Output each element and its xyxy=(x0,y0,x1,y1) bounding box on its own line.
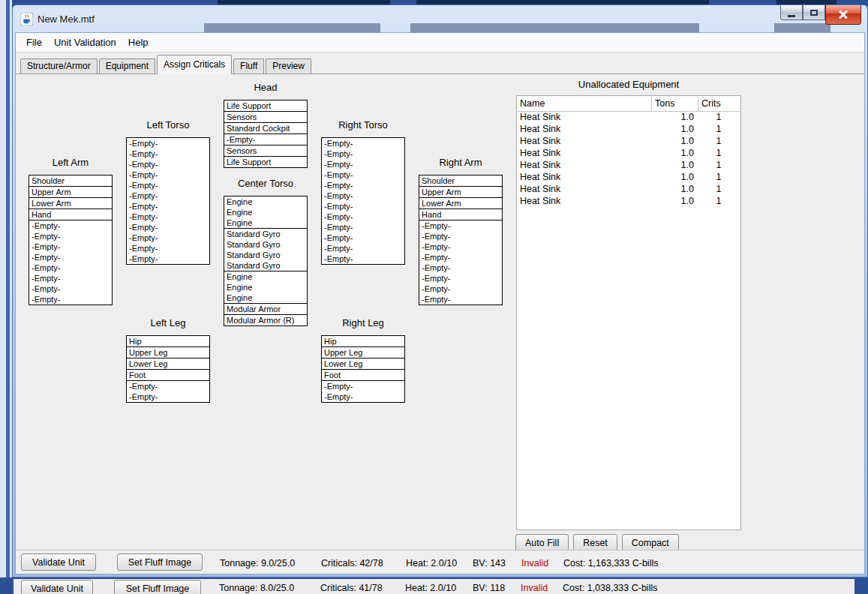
auto-fill-button[interactable]: Auto Fill xyxy=(515,534,569,550)
crit-slot[interactable]: -Empty- xyxy=(29,220,112,231)
crit-slot[interactable]: -Empty- xyxy=(322,392,404,402)
crit-slot[interactable]: -Empty- xyxy=(322,190,404,201)
crit-slot[interactable]: Modular Armor (R) xyxy=(224,315,307,326)
equipment-row[interactable]: Heat Sink1.01 xyxy=(517,136,740,148)
crit-group[interactable]: Life Support xyxy=(224,156,308,168)
crit-slot[interactable]: -Empty- xyxy=(322,222,404,232)
crit-slot[interactable]: Hand xyxy=(419,209,502,220)
crit-group[interactable]: Sensors xyxy=(224,111,308,123)
crit-slot[interactable]: -Empty- xyxy=(29,294,112,304)
crit-group[interactable]: Upper Leg xyxy=(321,346,405,358)
crit-slot[interactable]: Standard Gyro xyxy=(224,229,307,239)
maximize-button[interactable] xyxy=(803,5,825,20)
crit-slot[interactable]: Standard Cockpit xyxy=(224,123,307,134)
crit-group[interactable]: Modular Armor (R) xyxy=(224,314,308,326)
crit-slot[interactable]: -Empty- xyxy=(419,220,502,231)
crit-slot[interactable]: Standard Gyro xyxy=(224,260,307,271)
crit-group[interactable]: Lower Leg xyxy=(321,358,405,370)
crit-slot[interactable]: -Empty- xyxy=(127,212,209,222)
crit-slot[interactable]: Life Support xyxy=(224,157,307,167)
crit-slot[interactable]: Shoulder xyxy=(29,176,112,186)
column-header-name[interactable]: Name xyxy=(517,96,652,111)
crit-group[interactable]: Life Support xyxy=(224,100,308,112)
crit-slot[interactable]: -Empty- xyxy=(322,170,404,180)
crit-slot[interactable]: Standard Gyro xyxy=(224,239,307,250)
crit-slot[interactable]: -Empty- xyxy=(127,243,209,254)
crit-slot[interactable]: -Empty- xyxy=(419,284,502,294)
crit-slot[interactable]: -Empty- xyxy=(419,262,502,273)
crit-group[interactable]: Hip xyxy=(321,335,405,347)
crit-slot[interactable]: -Empty- xyxy=(29,273,112,284)
validate-unit-button[interactable]: Validate Unit xyxy=(21,554,96,571)
crit-slot[interactable]: -Empty- xyxy=(127,148,209,159)
crit-slot[interactable]: -Empty- xyxy=(127,170,209,180)
crit-group[interactable]: -Empty--Empty--Empty--Empty--Empty--Empt… xyxy=(126,137,210,265)
equipment-row[interactable]: Heat Sink1.01 xyxy=(517,124,740,136)
crit-slot[interactable]: Lower Arm xyxy=(419,198,502,208)
crit-group[interactable]: EngineEngineEngine xyxy=(224,271,308,304)
crit-slot[interactable]: Engine xyxy=(224,196,307,207)
crit-slot[interactable]: Upper Arm xyxy=(419,187,502,197)
crit-group[interactable]: Hand xyxy=(29,208,113,220)
close-button[interactable] xyxy=(825,5,861,25)
crit-slot[interactable]: Shoulder xyxy=(419,176,502,186)
crit-slot[interactable]: Sensors xyxy=(224,146,307,156)
crit-slot[interactable]: -Empty- xyxy=(127,392,209,402)
crit-slot[interactable]: -Empty- xyxy=(127,381,209,392)
crit-slot[interactable]: -Empty- xyxy=(127,180,209,190)
crit-slot[interactable]: Lower Leg xyxy=(127,358,209,369)
crit-slot[interactable]: -Empty- xyxy=(322,159,404,170)
title-bar[interactable]: New Mek.mtf xyxy=(13,5,867,32)
crit-group[interactable]: Modular Armor xyxy=(224,303,308,315)
equipment-row[interactable]: Heat Sink1.01 xyxy=(517,160,740,172)
crit-slot[interactable]: Hip xyxy=(322,336,404,346)
equipment-row[interactable]: Heat Sink1.01 xyxy=(517,196,740,208)
minimize-button[interactable] xyxy=(780,5,803,20)
menu-item-file[interactable]: File xyxy=(20,34,48,51)
equipment-row[interactable]: Heat Sink1.01 xyxy=(517,172,740,184)
crit-group[interactable]: Lower Leg xyxy=(126,358,210,370)
crit-slot[interactable]: -Empty- xyxy=(127,232,209,243)
tab-structure-armor[interactable]: Structure/Armor xyxy=(20,58,98,74)
crit-slot[interactable]: -Empty- xyxy=(127,222,209,232)
crit-slot[interactable]: -Empty- xyxy=(322,201,404,212)
crit-slot[interactable]: -Empty- xyxy=(29,252,112,262)
crit-group[interactable]: -Empty--Empty--Empty--Empty--Empty--Empt… xyxy=(419,220,503,305)
set-fluff-image-button[interactable]: Set Fluff Image xyxy=(117,554,203,571)
crit-slot[interactable]: -Empty- xyxy=(127,190,209,201)
reset-button[interactable]: Reset xyxy=(573,534,617,550)
tab-assign-criticals[interactable]: Assign Criticals xyxy=(157,55,232,74)
crit-slot[interactable]: Upper Arm xyxy=(29,187,112,197)
crit-slot[interactable]: -Empty- xyxy=(29,284,112,294)
crit-slot[interactable]: Standard Gyro xyxy=(224,250,307,260)
crit-group[interactable]: Shoulder xyxy=(29,175,113,187)
crit-slot[interactable]: Engine xyxy=(224,272,307,282)
compact-button[interactable]: Compact xyxy=(622,534,679,550)
crit-group[interactable]: -Empty--Empty- xyxy=(126,380,210,403)
crit-group[interactable]: Lower Arm xyxy=(29,197,113,209)
crit-group[interactable]: Lower Arm xyxy=(419,197,503,209)
crit-group[interactable]: Upper Arm xyxy=(29,186,113,198)
crit-group[interactable]: Hip xyxy=(126,335,210,347)
crit-group[interactable]: Shoulder xyxy=(419,175,503,187)
crit-group[interactable]: -Empty--Empty--Empty--Empty--Empty--Empt… xyxy=(321,137,405,265)
crit-group[interactable]: Sensors xyxy=(224,145,308,157)
crit-slot[interactable]: Foot xyxy=(322,370,404,380)
crit-slot[interactable]: -Empty- xyxy=(127,254,209,264)
crit-slot[interactable]: Hip xyxy=(127,336,209,346)
equipment-row[interactable]: Heat Sink1.01 xyxy=(517,184,740,196)
crit-slot[interactable]: -Empty- xyxy=(127,138,209,148)
crit-slot[interactable]: Modular Armor xyxy=(224,304,307,314)
crit-slot[interactable]: Foot xyxy=(127,370,209,380)
menu-item-unit-validation[interactable]: Unit Validation xyxy=(48,34,122,51)
crit-slot[interactable]: Sensors xyxy=(224,112,307,122)
crit-slot[interactable]: -Empty- xyxy=(322,138,404,148)
crit-slot[interactable]: Upper Leg xyxy=(322,347,404,358)
crit-slot[interactable]: -Empty- xyxy=(127,201,209,212)
crit-slot[interactable]: -Empty- xyxy=(419,294,502,304)
crit-slot[interactable]: Lower Arm xyxy=(29,198,112,208)
crit-slot[interactable]: Life Support xyxy=(224,100,307,111)
crit-slot[interactable]: Engine xyxy=(224,282,307,292)
menu-item-help[interactable]: Help xyxy=(122,34,155,51)
crit-group[interactable]: -Empty- xyxy=(224,134,308,146)
